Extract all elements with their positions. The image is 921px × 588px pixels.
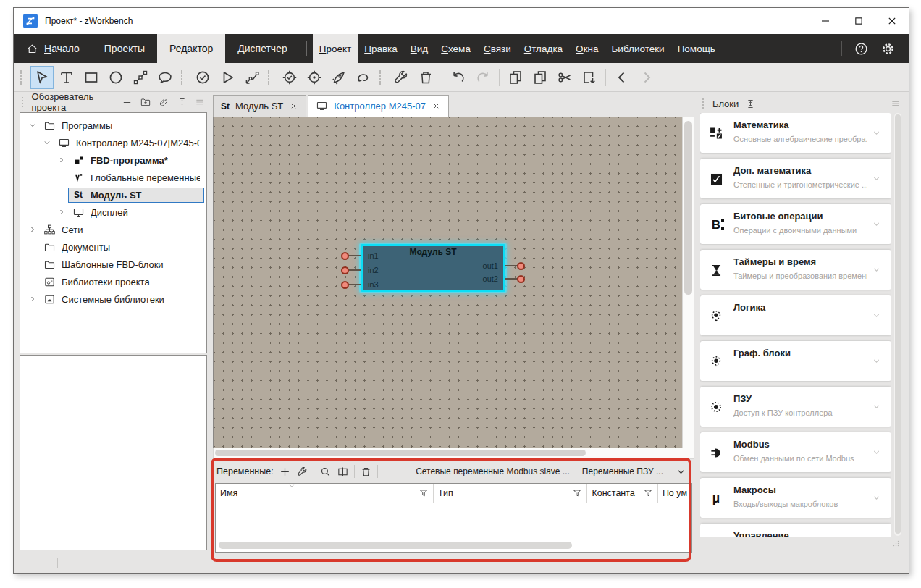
category-card-timers[interactable]: Таймеры и время Таймеры и преобразования… [700,250,891,290]
category-card-macros[interactable]: µ Макросы Входы/выходы макроблоков [700,478,891,518]
columns-icon[interactable] [337,466,349,478]
tree-item-st-module[interactable]: St Модуль ST [20,186,206,203]
tree-item-template-fbd-blocks[interactable]: Шаблонные FBD-блоки [20,256,206,273]
copy-button[interactable] [504,66,527,89]
tree-item-documents[interactable]: Документы [20,238,206,256]
ribbon-tab-dispatcher[interactable]: Диспетчер [225,34,299,63]
polyline-tool-button[interactable] [129,66,152,89]
input-pin[interactable] [341,281,349,289]
category-card-math[interactable]: Математика Основные алгебраические преоб… [700,113,891,153]
run-button[interactable] [216,66,239,89]
tree-item-project-libraries[interactable]: Библиотеки проекта [20,273,206,290]
chevron-right-icon[interactable] [26,295,39,303]
expand-all-icon[interactable] [177,97,188,108]
category-card-bit-ops[interactable]: B Битовые операции Операции с двоичными … [700,204,891,244]
chevron-down-icon[interactable] [870,219,883,229]
chevron-down-icon[interactable] [26,121,39,130]
chevron-right-icon[interactable] [26,225,39,234]
category-card-modbus[interactable]: Modbus Обмен данными по сети Modbus [700,432,891,472]
scrollbar-thumb[interactable] [684,121,692,295]
close-tab-icon[interactable] [432,101,441,111]
menu-links[interactable]: Связи [477,34,518,63]
ribbon-tab-home[interactable]: Начало [14,34,92,63]
expand-all-icon[interactable] [745,98,756,109]
menu-scheme[interactable]: Схема [434,34,477,63]
filter-funnel-icon[interactable] [419,488,429,498]
st-module-block[interactable]: Модуль ST in1 in2 in3 out1 out2 [361,244,505,292]
tree-item-system-libraries[interactable]: Системные библиотеки [20,290,206,308]
ribbon-tab-editor[interactable]: Редактор [157,34,225,63]
schematic-canvas[interactable]: Модуль ST in1 in2 in3 out1 out2 [214,117,682,449]
editor-tab-controller[interactable]: Контроллер M245-07 [308,95,449,117]
nav-back-button[interactable] [610,66,634,89]
delete-button[interactable] [414,66,437,89]
help-icon[interactable] [854,41,869,56]
trend-chart-button[interactable] [240,66,264,89]
category-card-rom[interactable]: ПЗУ Доступ к ПЗУ контроллера [700,387,891,427]
rectangle-tool-button[interactable] [80,66,103,89]
chevron-right-icon[interactable] [55,156,68,164]
chevron-down-icon[interactable] [870,311,883,320]
search-icon[interactable] [319,466,332,478]
chevron-down-icon[interactable] [870,265,883,274]
input-pin[interactable] [341,252,349,260]
editor-tab-st-module[interactable]: St Модуль ST [213,95,306,117]
loop-refresh-button[interactable] [352,66,375,89]
column-header-default[interactable]: По ум [658,484,691,503]
ribbon-tab-projects[interactable]: Проекты [92,34,157,63]
rom-variables-link[interactable]: Переменные ПЗУ ... [582,466,663,476]
menu-debug[interactable]: Отладка [518,34,569,63]
filter-funnel-icon[interactable] [643,488,653,498]
category-card-logic[interactable]: Логика [700,295,891,335]
menu-windows[interactable]: Окна [569,34,605,63]
link-icon[interactable] [159,97,169,108]
text-tool-button[interactable] [55,66,78,89]
tree-item-networks[interactable]: Сети [20,221,206,238]
tree-item-controller[interactable]: Контроллер M245-07[M245-07] [20,134,206,151]
nav-forward-button[interactable] [635,66,658,89]
category-card-adv-math[interactable]: Доп. математика Степенные и тригонометри… [700,159,891,198]
menu-edit[interactable]: Правка [358,34,404,63]
scrollbar-thumb[interactable] [215,450,586,456]
settings-gear-icon[interactable] [880,41,896,56]
menu-help[interactable]: Помощь [671,34,722,63]
select-tool-button[interactable] [30,66,54,89]
category-card-graph-blocks[interactable]: Граф. блоки [700,341,891,381]
tree-item-display[interactable]: Дисплей [20,203,206,221]
filter-funnel-icon[interactable] [572,488,582,498]
chevron-down-icon[interactable] [870,448,883,457]
ellipse-tool-button[interactable] [104,66,127,89]
column-header-name[interactable]: Имя [216,484,434,503]
column-header-type[interactable]: Тип [434,484,588,503]
column-header-constant[interactable]: Константа [587,484,657,503]
chevron-down-icon[interactable] [870,493,883,503]
tree-item-programs[interactable]: Программы [20,117,206,134]
output-pin[interactable] [517,275,525,283]
chevron-down-icon[interactable] [870,128,883,138]
chevron-down-icon[interactable] [41,138,54,147]
check-run-button[interactable] [191,66,214,89]
close-button[interactable] [875,8,909,34]
chevron-right-icon[interactable] [55,208,68,217]
wrench-settings-button[interactable] [390,66,413,89]
tree-item-global-variables[interactable]: Глобальные переменные [20,169,206,186]
menu-view[interactable]: Вид [404,34,434,63]
panel-collapse-chevron-icon[interactable] [676,466,686,477]
delete-variable-icon[interactable] [360,466,372,478]
redo-button[interactable] [471,66,495,89]
duplicate-button[interactable] [529,66,552,89]
chevron-down-icon[interactable] [870,356,883,366]
panel-menu-icon[interactable] [194,96,206,108]
target-check-button[interactable] [278,66,301,89]
add-icon[interactable] [122,97,133,108]
resize-grip-icon[interactable] [891,539,900,547]
cut-button[interactable] [553,66,576,89]
paste-button[interactable] [578,66,601,89]
output-pin[interactable] [517,262,525,270]
scrollbar-thumb[interactable] [895,114,901,534]
edit-variable-icon[interactable] [296,466,308,478]
panel-menu-icon[interactable] [890,98,901,109]
undo-button[interactable] [447,66,470,89]
target-button[interactable] [303,66,326,89]
maximize-button[interactable] [842,8,875,34]
